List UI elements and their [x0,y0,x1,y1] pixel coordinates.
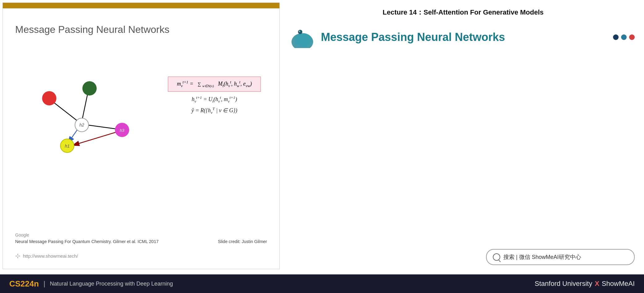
formula-3: ŷ = R({hvT | v ∈ G}) [168,107,261,115]
slide-panel: Message Passing Neural Networks [2,2,280,269]
showmeai-text: ShowMeAI [602,280,635,288]
slide-credits: Google Neural Message Passing For Quantu… [15,233,267,244]
mpnn-dots [613,34,635,40]
formula-1: mvt+1 = ∑ w∈N(v) Mt(hvt, hwt, evw) [177,81,252,87]
slide-top-bar [3,3,279,8]
bottom-bar: CS224n | Natural Language Processing wit… [0,274,644,293]
url-text: http://www.showmeai.tech/ [23,253,78,259]
svg-point-17 [298,30,302,34]
bottom-left: CS224n | Natural Language Processing wit… [9,279,173,289]
paper-credit: Neural Message Passing For Quantum Chemi… [15,239,159,244]
google-credit: Google [15,233,159,238]
svg-point-16 [295,33,312,47]
mpnn-banner: Message Passing Neural Networks [291,26,635,48]
credit-left: Google Neural Message Passing For Quantu… [15,233,159,244]
graph-container: h2 h3 h1 [15,64,145,163]
svg-line-4 [72,132,117,145]
logo-svg [291,26,316,48]
stanford-text: Stanford University [535,280,592,288]
dot-2 [621,34,627,40]
course-code: CS224n [9,279,39,289]
svg-point-8 [83,82,96,95]
cursor-icon: ⊹ [15,252,20,260]
lecture-title: Lecture 14：Self-Attention For Generative… [291,8,635,17]
svg-line-0 [52,101,80,123]
search-icon [493,253,500,261]
credit-right: Slide credit: Justin Gilmer [218,239,267,244]
svg-text:h2: h2 [79,122,84,127]
formula-2: hvt+1 = Ut(hvt, mvt+1) [168,95,261,104]
formula-box-highlighted: mvt+1 = ∑ w∈N(v) Mt(hvt, hwt, evw) [168,77,261,92]
dot-1 [613,34,619,40]
search-container: 搜索 | 微信 ShowMeAI研究中心 [486,249,635,265]
separator: | [43,280,45,288]
mpnn-logo [291,26,316,48]
search-bar[interactable]: 搜索 | 微信 ShowMeAI研究中心 [486,249,635,265]
formula-area: mvt+1 = ∑ w∈N(v) Mt(hvt, hwt, evw) hvt+1… [168,77,261,118]
svg-text:h1: h1 [65,144,70,149]
slide-url: ⊹ http://www.showmeai.tech/ [15,252,78,260]
bottom-right: Stanford University X ShowMeAI [535,280,635,288]
svg-point-18 [299,31,300,32]
slide-body: Message Passing Neural Networks [3,8,279,269]
svg-text:h3: h3 [120,128,125,133]
right-panel: Lecture 14：Self-Attention For Generative… [282,0,644,274]
slide-title: Message Passing Neural Networks [15,24,267,35]
course-name: Natural Language Processing with Deep Le… [50,281,173,287]
graph-svg: h2 h3 h1 [15,64,139,157]
mpnn-title-text: Message Passing Neural Networks [321,31,635,44]
svg-line-1 [82,92,88,122]
svg-point-7 [42,91,56,105]
dot-3 [629,34,635,40]
svg-line-2 [85,125,119,129]
search-text: 搜索 | 微信 ShowMeAI研究中心 [503,253,581,261]
x-separator: X [595,280,599,288]
